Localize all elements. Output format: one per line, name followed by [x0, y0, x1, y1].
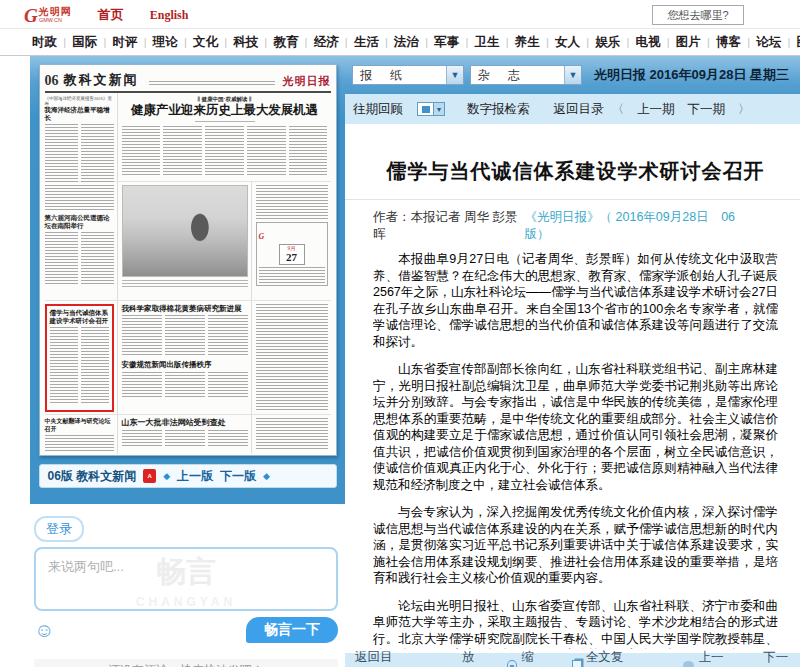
nav-item[interactable]: 娱乐 [595, 34, 620, 51]
text-lines [165, 372, 205, 398]
nav-item[interactable]: 论坛 [756, 34, 781, 51]
newspaper-page-thumbnail[interactable]: 06 教科文新闻 光明日报 《中国海洋经济发展报告2016》发布 我海洋经济总量… [39, 64, 337, 456]
pdf-icon[interactable]: A [143, 469, 156, 483]
nav-item[interactable]: 电视 [636, 34, 661, 51]
text-lines [81, 327, 109, 405]
zoom-in-link[interactable]: 放大 [462, 649, 487, 667]
gmw-mini-logo: G [259, 232, 265, 241]
text-lines [81, 232, 114, 286]
prev-issue-link[interactable]: 上一期 [637, 101, 675, 118]
copy-icon [572, 660, 582, 667]
paper-headline[interactable]: 中央文献翻译与研究论坛召开 [45, 418, 114, 433]
zoom-out-link[interactable]: 缩小 [507, 649, 546, 667]
calendar-picker-icon[interactable]: ▼ [417, 102, 445, 116]
page-navigation-bar: 06版 教科文新闻 A ◆ 上一版 下一版 ◆ [39, 464, 337, 488]
nav-item[interactable]: 生活 [354, 34, 379, 51]
chevron-down-icon[interactable]: ▼ [446, 66, 463, 84]
paper-select[interactable]: 报 纸 ▼ [352, 65, 464, 85]
article-author: 作者：本报记者 周华 彭景晖 [373, 209, 525, 243]
nav-item[interactable]: 理论 [153, 34, 178, 51]
next-issue-link[interactable]: 下一期 [688, 101, 726, 118]
nav-item[interactable]: 女人 [555, 34, 580, 51]
text-lines [289, 126, 328, 176]
nav-item[interactable]: 时政 [32, 34, 57, 51]
nav-item[interactable]: 军事 [434, 34, 459, 51]
nav-item[interactable]: 养生 [515, 34, 540, 51]
divider [345, 199, 800, 200]
copy-all-link[interactable]: 全文复制 [572, 649, 635, 667]
nav-item[interactable]: 科技 [233, 34, 258, 51]
text-lines [81, 124, 114, 182]
current-page-label: 06版 教科文新闻 [48, 468, 137, 485]
text-lines [208, 372, 248, 398]
paper-headline[interactable]: 安徽规范新闻出版传播秩序 [122, 360, 248, 369]
nav-item[interactable]: 博客 [716, 34, 741, 51]
text-lines [195, 121, 255, 124]
nav-separator: | [707, 36, 710, 48]
nav-item[interactable]: 时评 [112, 34, 137, 51]
photo-caption-lines [122, 280, 248, 288]
paper-headline[interactable]: 山东一大批非法网站受到查处 [122, 418, 248, 428]
article-source: 《光明日报》（ 2016年09月28日 06版） [525, 209, 752, 243]
diamond-icon: ◆ [263, 471, 270, 481]
selected-article-headline[interactable]: 儒学与当代诚信体系建设学术研讨会召开 [50, 309, 109, 325]
paper-select-value: 报 纸 [353, 67, 446, 84]
nav-separator: | [747, 36, 750, 48]
digital-search-link[interactable]: 数字报检索 [467, 101, 530, 118]
prev-article-link[interactable]: 上一篇 [683, 649, 736, 667]
chevron-down-icon: ▼ [434, 102, 445, 116]
next-article-link[interactable]: 下一篇 [763, 649, 800, 667]
prev-page-link[interactable]: 上一版 [177, 468, 213, 485]
text-lines [122, 126, 161, 176]
zoom-out-label: 缩小 [521, 649, 545, 667]
paper-headline[interactable]: 我科学家取得棉花黄萎病研究新进展 [122, 304, 248, 313]
nav-item[interactable]: 文化 [193, 34, 218, 51]
selected-article-highlight[interactable]: 儒学与当代诚信体系建设学术研讨会召开 [45, 304, 114, 412]
next-page-link[interactable]: 下一版 [220, 468, 256, 485]
next-bracket: 〉 [738, 101, 750, 118]
calendar-day: 27 [280, 252, 304, 263]
nav-item[interactable]: 法治 [394, 34, 419, 51]
calendar-icon [417, 102, 434, 116]
paper-headline[interactable]: 第六届河南公民道德论坛在南阳举行 [45, 214, 114, 230]
article-paragraph: 论坛由光明日报社、山东省委宣传部、山东省社科联、济宁市委和曲阜师范大学等主办，采… [373, 598, 778, 650]
gmw-logo[interactable]: G 光明网 GMW.CN [24, 7, 72, 24]
english-link[interactable]: English [150, 8, 189, 23]
prev-bracket: 〈 [612, 101, 624, 118]
nav-item[interactable]: 图片 [676, 34, 701, 51]
nav-item[interactable]: 教育 [273, 34, 298, 51]
nav-separator: | [184, 36, 187, 48]
nav-item[interactable]: 图片库 [796, 34, 800, 51]
text-lines [45, 232, 78, 286]
paper-banner-headline[interactable]: 健康产业迎来历史上最大发展机遇 [122, 103, 328, 119]
submit-comment-button[interactable]: 畅言一下 [246, 617, 338, 643]
home-link[interactable]: 首页 [98, 6, 124, 24]
emoji-icon[interactable]: ☺ [34, 620, 54, 640]
text-lines [50, 327, 78, 405]
edition-date-label: 光明日报 2016年09月28日 星期三 [594, 66, 789, 84]
magazine-select[interactable]: 杂 志 ▼ [470, 65, 582, 85]
nav-item[interactable]: 国际 [72, 34, 97, 51]
calendar-widget: 9月 27 [279, 244, 305, 265]
goto-select[interactable]: 您想去哪里? [652, 5, 744, 25]
back-issues-link[interactable]: 往期回顾 [353, 101, 403, 118]
back-to-toc-link[interactable]: 返回目录 [554, 101, 604, 118]
article-paragraph: 山东省委宣传部副部长徐向红，山东省社科联党组书记、副主席林建宁，光明日报社副总编… [373, 361, 778, 493]
nav-separator: | [425, 36, 428, 48]
hand-icon [683, 661, 695, 667]
nav-separator: | [385, 36, 388, 48]
nav-separator: | [144, 36, 147, 48]
comment-box: 畅言 CHANGYAN [34, 547, 338, 611]
nav-separator: | [626, 36, 629, 48]
text-lines [205, 126, 244, 176]
comment-input[interactable] [36, 549, 336, 609]
nav-item[interactable]: 卫生 [475, 34, 500, 51]
nav-item[interactable]: 经济 [314, 34, 339, 51]
paper-headline[interactable]: 我海洋经济总量平稳增长 [45, 106, 114, 122]
chevron-down-icon[interactable]: ▼ [564, 66, 581, 84]
text-lines [256, 185, 328, 219]
login-button[interactable]: 登录 [34, 516, 84, 542]
footer-toc-link[interactable]: 返回目录 [355, 649, 404, 667]
paper-page-number: 06 [45, 73, 59, 89]
news-photo [122, 185, 248, 277]
